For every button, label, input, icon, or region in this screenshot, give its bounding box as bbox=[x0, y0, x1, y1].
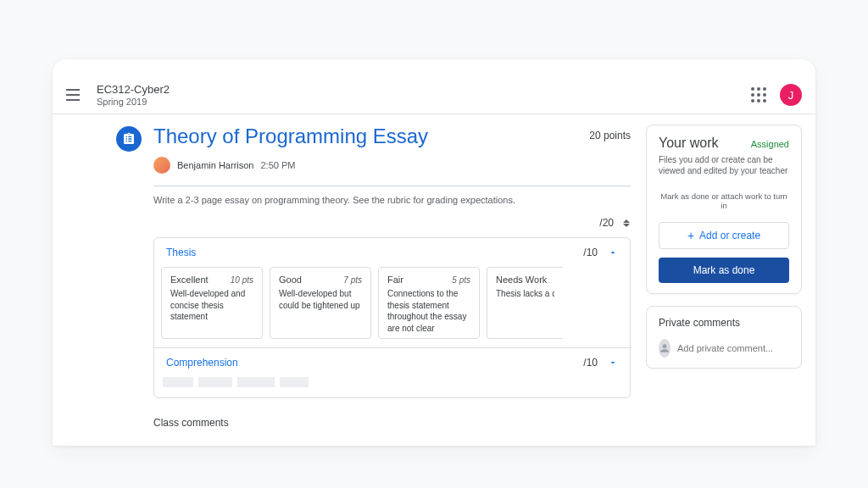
content-area: Theory of Programming Essay 20 points Be… bbox=[53, 114, 815, 446]
status-badge: Assigned bbox=[751, 139, 789, 149]
rubric-level[interactable]: Needs Work Thesis lacks a clear point of… bbox=[487, 267, 563, 339]
mark-as-done-button[interactable]: Mark as done bbox=[659, 258, 789, 283]
user-avatar-small bbox=[659, 339, 670, 358]
placeholder-row bbox=[154, 377, 630, 397]
sort-icon[interactable] bbox=[622, 217, 631, 229]
your-work-subtitle: Files you add or create can be viewed an… bbox=[659, 154, 789, 176]
your-work-card: Your work Assigned Files you add or crea… bbox=[646, 125, 802, 294]
rubric-level[interactable]: Good7 pts Well-developed but could be ti… bbox=[270, 267, 371, 339]
add-or-create-button[interactable]: + Add or create bbox=[659, 222, 789, 249]
rubric-section-header[interactable]: Comprehension /10 bbox=[154, 348, 630, 377]
teacher-avatar bbox=[153, 157, 170, 174]
meta-row: Benjamin Harrison 2:50 PM bbox=[153, 157, 631, 174]
divider bbox=[153, 186, 631, 186]
class-name: EC312-Cyber2 bbox=[97, 83, 170, 97]
private-comments-title: Private comments bbox=[659, 317, 789, 329]
assignment-points: 20 points bbox=[589, 130, 631, 141]
teacher-name: Benjamin Harrison bbox=[177, 160, 253, 170]
user-avatar[interactable]: J bbox=[780, 84, 802, 106]
chevron-down-icon bbox=[608, 358, 618, 368]
add-or-create-label: Add or create bbox=[699, 230, 760, 241]
your-work-title: Your work bbox=[659, 136, 719, 151]
apps-icon[interactable] bbox=[751, 87, 766, 103]
rubric-level[interactable]: Excellent10 pts Well-developed and conci… bbox=[161, 267, 263, 339]
class-info[interactable]: EC312-Cyber2 Spring 2019 bbox=[97, 83, 170, 107]
rubric-section-points: /10 bbox=[583, 357, 598, 369]
rubric-section-thesis[interactable]: Thesis /10 bbox=[154, 238, 630, 267]
rubric-levels: Excellent10 pts Well-developed and conci… bbox=[154, 267, 630, 347]
rubric-box: Thesis /10 Excellent10 pts Well-develope… bbox=[153, 237, 631, 398]
mark-as-done-label: Mark as done bbox=[693, 264, 755, 276]
side-column: Your work Assigned Files you add or crea… bbox=[646, 125, 802, 429]
timestamp: 2:50 PM bbox=[260, 160, 295, 170]
rubric-section-name: Thesis bbox=[166, 247, 196, 258]
plus-icon: + bbox=[687, 230, 694, 241]
your-work-hint: Mark as done or attach work to turn in bbox=[659, 191, 789, 210]
class-term: Spring 2019 bbox=[97, 97, 170, 107]
rubric-section-points: /10 bbox=[583, 247, 598, 258]
assignment-title: Theory of Programming Essay bbox=[153, 125, 428, 148]
app-window: EC312-Cyber2 Spring 2019 J Theory of Pro… bbox=[53, 59, 815, 446]
assignment-icon bbox=[116, 126, 142, 152]
rubric-section-name: Comprehension bbox=[166, 357, 238, 369]
assignment-description: Write a 2-3 page essay on programming th… bbox=[153, 195, 631, 205]
chevron-up-icon bbox=[608, 247, 618, 258]
private-comment-input[interactable] bbox=[677, 343, 794, 353]
main-column: Theory of Programming Essay 20 points Be… bbox=[116, 125, 631, 429]
class-comments-heading: Class comments bbox=[153, 417, 631, 429]
topbar: EC312-Cyber2 Spring 2019 J bbox=[53, 76, 815, 114]
rubric-level[interactable]: Fair5 pts Connections to the thesis stat… bbox=[378, 267, 480, 339]
menu-icon[interactable] bbox=[66, 86, 85, 104]
rubric-section-comprehension: Comprehension /10 bbox=[154, 347, 630, 397]
rubric-total: /20 bbox=[599, 217, 614, 229]
private-comments-card: Private comments bbox=[646, 306, 802, 369]
rubric-total-row: /20 bbox=[153, 217, 631, 229]
